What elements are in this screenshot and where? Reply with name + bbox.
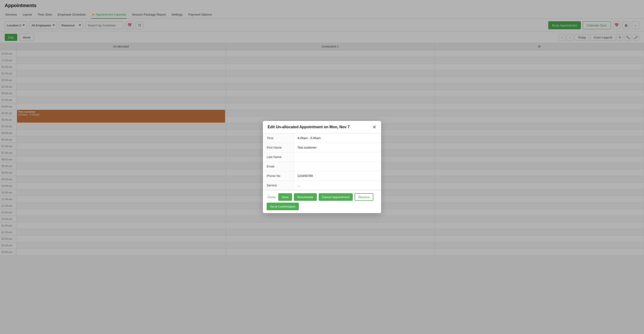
modal-row-time: Time 4:45am - 5:45am (263, 133, 381, 143)
phone-label: Phone No (263, 171, 294, 180)
receive-button[interactable]: Receive (355, 193, 373, 201)
modal-title: Edit Un-allocated Appointment on Mon, No… (268, 125, 350, 129)
email-label: Email (263, 162, 294, 171)
modal-row-phone: Phone No 123456789 (263, 171, 381, 181)
modal-footer: Close Save Reschedule Cancel Appointment… (263, 190, 381, 213)
time-value: 4:45am - 5:45am (294, 133, 381, 143)
modal-body: Time 4:45am - 5:45am First Name Test cus… (263, 133, 381, 190)
time-label: Time (263, 133, 294, 143)
firstname-label: First Name (263, 143, 294, 152)
modal-row-lastname: Last Name (263, 152, 381, 162)
service-value: ... (294, 181, 381, 190)
lastname-value (294, 152, 381, 162)
modal-row-email: Email (263, 162, 381, 171)
save-button[interactable]: Save (278, 193, 292, 201)
modal-row-service: Service ... (263, 181, 381, 190)
email-value (294, 162, 381, 171)
modal-close-x-button[interactable]: ✕ (372, 125, 376, 129)
close-button[interactable]: Close (267, 194, 276, 200)
appointment-modal: Edit Un-allocated Appointment on Mon, No… (263, 121, 381, 213)
phone-value: 123456789 (294, 171, 381, 180)
firstname-value: Test customer (294, 143, 381, 152)
modal-overlay[interactable]: Edit Un-allocated Appointment on Mon, No… (0, 0, 644, 334)
send-confirmation-button[interactable]: Send Confirmation (267, 203, 299, 210)
reschedule-button[interactable]: Reschedule (294, 193, 317, 201)
cancel-appointment-button[interactable]: Cancel Appointment (319, 193, 353, 201)
modal-row-firstname: First Name Test customer (263, 143, 381, 152)
service-label: Service (263, 181, 294, 190)
lastname-label: Last Name (263, 152, 294, 162)
modal-header: Edit Un-allocated Appointment on Mon, No… (263, 121, 381, 133)
